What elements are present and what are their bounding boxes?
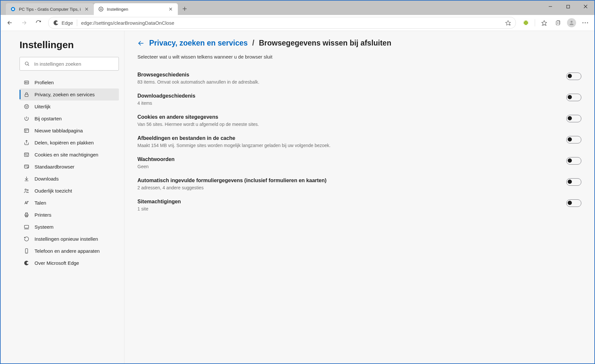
sidebar-item-printers[interactable]: Printers <box>20 209 119 221</box>
settings-search-input[interactable] <box>34 61 114 67</box>
sidebar-item-opstarten[interactable]: Bij opstarten <box>20 113 119 125</box>
setting-title: Browsegeschiedenis <box>137 72 553 78</box>
toggle-switch[interactable] <box>566 73 581 80</box>
setting-row: Afbeeldingen en bestanden in de cacheMaa… <box>137 131 581 153</box>
settings-sidebar: Instellingen Profielen Privacy, zoeken e… <box>1 31 124 363</box>
svg-point-42 <box>25 155 26 155</box>
toggle-switch[interactable] <box>566 94 581 101</box>
sidebar-item-ouderlijk[interactable]: Ouderlijk toezicht <box>20 185 119 197</box>
svg-point-27 <box>587 22 588 23</box>
forward-button[interactable] <box>18 16 31 29</box>
lock-icon <box>23 92 29 97</box>
breadcrumb-sep: / <box>252 39 254 47</box>
setting-row: Sitemachtigingen1 site <box>137 195 581 216</box>
tab-strip: PC Tips - Gratis Computer Tips, i Instel… <box>1 1 594 15</box>
toggle-switch[interactable] <box>566 136 581 143</box>
svg-point-26 <box>585 22 586 23</box>
svg-point-34 <box>25 106 26 106</box>
toggle-switch[interactable] <box>566 115 581 122</box>
close-icon[interactable] <box>84 7 89 12</box>
svg-point-31 <box>25 82 26 83</box>
sidebar-item-label: Bij opstarten <box>35 116 62 121</box>
setting-desc: Maakt 154 MB vrij. Sommige sites worden … <box>137 143 553 148</box>
setting-row: Downloadgeschiedenis4 items <box>137 89 581 110</box>
svg-rect-53 <box>25 216 27 217</box>
profile-icon <box>23 80 29 85</box>
sidebar-item-uiterlijk[interactable]: Uiterlijk <box>20 101 119 113</box>
close-window-button[interactable] <box>577 1 594 12</box>
toolbar-right <box>519 16 592 29</box>
minimize-button[interactable] <box>542 1 559 12</box>
sidebar-item-label: Downloads <box>35 176 59 182</box>
sidebar-item-privacy[interactable]: Privacy, zoeken en services <box>20 88 119 101</box>
toggle-switch[interactable] <box>566 199 581 207</box>
breadcrumb-link[interactable]: Privacy, zoeken en services <box>149 39 248 47</box>
divider <box>535 19 535 26</box>
svg-point-1 <box>12 8 14 10</box>
sidebar-item-delen[interactable]: Delen, kopiëren en plakken <box>20 137 119 149</box>
sidebar-item-talen[interactable]: Talen <box>20 197 119 209</box>
svg-point-33 <box>24 104 29 109</box>
toggle-switch[interactable] <box>566 178 581 186</box>
setting-row: WachtwoordenGeen <box>137 153 581 174</box>
back-arrow-button[interactable] <box>137 40 145 47</box>
address-bar[interactable]: Edge edge://settings/clearBrowsingDataOn… <box>48 17 516 29</box>
more-button[interactable] <box>579 16 592 29</box>
sidebar-item-label: Telefoon en andere apparaten <box>35 248 100 254</box>
collections-button[interactable] <box>551 16 564 29</box>
window-controls <box>542 1 594 12</box>
sidebar-item-label: Over Microsoft Edge <box>35 260 79 266</box>
svg-marker-18 <box>542 20 547 25</box>
setting-desc: Van 56 sites. Hiermee wordt u afgemeld o… <box>137 122 553 127</box>
setting-title: Wachtwoorden <box>137 156 553 162</box>
svg-point-28 <box>25 62 28 65</box>
reset-icon <box>23 236 29 242</box>
sidebar-item-cookies[interactable]: Cookies en site machtigingen <box>20 149 119 161</box>
site-identity: Edge <box>53 20 73 26</box>
svg-point-4 <box>100 8 102 10</box>
sidebar-item-profielen[interactable]: Profielen <box>20 76 119 88</box>
sidebar-item-standaard[interactable]: Standaardbrowser <box>20 161 119 173</box>
tab-settings[interactable]: Instellingen <box>94 3 178 15</box>
power-icon <box>23 116 29 121</box>
setting-title: Sitemachtigingen <box>137 199 553 205</box>
printer-icon <box>23 212 29 218</box>
refresh-button[interactable] <box>32 16 45 29</box>
sidebar-item-telefoon[interactable]: Telefoon en andere apparaten <box>20 245 119 257</box>
sidebar-item-label: Profielen <box>35 80 54 85</box>
gear-icon <box>98 7 104 12</box>
family-icon <box>23 188 29 194</box>
setting-desc: 1 site <box>137 206 553 211</box>
setting-row: Cookies en andere sitegegevensVan 56 sit… <box>137 110 581 131</box>
edge-icon <box>53 20 59 26</box>
maximize-button[interactable] <box>559 1 577 12</box>
site-label: Edge <box>62 20 73 26</box>
setting-title: Afbeeldingen en bestanden in de cache <box>137 135 553 141</box>
extensions-button[interactable] <box>519 16 532 29</box>
toggle-switch[interactable] <box>566 157 581 165</box>
svg-point-24 <box>571 21 573 23</box>
svg-rect-36 <box>24 129 29 132</box>
svg-rect-10 <box>567 5 570 8</box>
setting-title: Cookies en andere sitegegevens <box>137 114 553 120</box>
profile-button[interactable] <box>565 16 578 29</box>
close-icon[interactable] <box>168 7 173 12</box>
sidebar-item-label: Standaardbrowser <box>35 164 75 169</box>
setting-desc: Geen <box>137 164 553 169</box>
appearance-icon <box>23 104 29 109</box>
settings-search[interactable] <box>20 57 119 71</box>
sidebar-item-label: Privacy, zoeken en services <box>35 92 95 97</box>
tab-pc-tips[interactable]: PC Tips - Gratis Computer Tips, i <box>6 3 94 15</box>
sidebar-item-nieuwe-tab[interactable]: Nieuwe tabbladpagina <box>20 125 119 137</box>
sidebar-item-downloads[interactable]: Downloads <box>20 173 119 185</box>
sidebar-item-label: Uiterlijk <box>35 104 50 109</box>
favorites-button[interactable] <box>538 16 551 29</box>
setting-desc: 83 items. Omvat ook automatisch aanvulle… <box>137 79 553 85</box>
svg-line-29 <box>28 64 29 66</box>
sidebar-item-reset[interactable]: Instellingen opnieuw instellen <box>20 233 119 245</box>
sidebar-item-systeem[interactable]: Systeem <box>20 221 119 233</box>
sidebar-item-over[interactable]: Over Microsoft Edge <box>20 257 119 269</box>
favorite-star-icon[interactable] <box>505 20 511 26</box>
back-button[interactable] <box>3 16 16 29</box>
new-tab-button[interactable] <box>179 3 190 14</box>
